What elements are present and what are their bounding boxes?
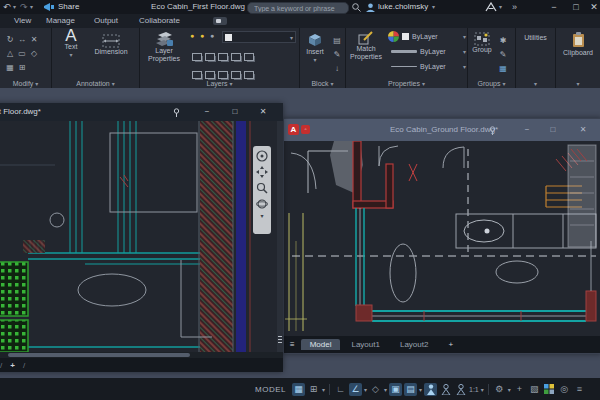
layer-properties-button[interactable]: Layer Properties bbox=[142, 31, 186, 63]
panel-label-utilities[interactable]: ▾ bbox=[516, 80, 555, 87]
search-box[interactable] bbox=[247, 2, 349, 14]
pin-icon[interactable] bbox=[488, 126, 502, 135]
model-space-label[interactable]: MODEL bbox=[255, 385, 286, 394]
window-minimize-button[interactable]: − bbox=[520, 119, 534, 141]
new-layout-button[interactable]: + bbox=[439, 339, 462, 350]
app-restore-button[interactable]: □ bbox=[568, 0, 584, 14]
grid-icon[interactable]: ▦ bbox=[292, 383, 305, 396]
layer-dropdown[interactable]: ▾ bbox=[222, 31, 296, 43]
share-button[interactable]: Share bbox=[58, 0, 79, 14]
window-first-floor[interactable]: Eco Cabin_First Floor.dwg* − □ ✕ bbox=[0, 103, 283, 372]
panel-label-groups[interactable]: Groups ▾ bbox=[468, 80, 515, 87]
overflow-chevrons-icon[interactable]: » bbox=[512, 0, 517, 14]
modify-offset-icon[interactable]: ▭ bbox=[16, 49, 28, 59]
isodraft-icon[interactable]: ◇ bbox=[369, 383, 382, 396]
layer-tool-icon[interactable] bbox=[244, 71, 254, 79]
first-floor-canvas[interactable]: ▾ bbox=[0, 121, 283, 352]
insert-block-button[interactable]: Insert▾ bbox=[302, 32, 328, 64]
dimension-button[interactable]: Dimension bbox=[88, 34, 134, 56]
window-first-floor-titlebar[interactable]: Eco Cabin_First Floor.dwg* − □ ✕ bbox=[0, 103, 283, 122]
help-caret-icon[interactable]: ▾ bbox=[499, 0, 502, 14]
undo-caret-icon[interactable]: ▾ bbox=[13, 0, 16, 14]
osnap-3d-icon[interactable]: ▤ bbox=[404, 383, 417, 396]
isodraft-caret-icon[interactable]: ▾ bbox=[384, 386, 387, 393]
layer-tool-icon[interactable] bbox=[244, 53, 254, 61]
user-avatar-icon[interactable] bbox=[366, 3, 375, 12]
window-restore-button[interactable]: □ bbox=[228, 103, 242, 121]
modify-erase-icon[interactable]: ✕ bbox=[28, 35, 40, 45]
panel-label-annotation[interactable]: Annotation ▾ bbox=[52, 80, 139, 87]
ground-floor-canvas[interactable] bbox=[284, 141, 600, 336]
scrollbar-menu-icon[interactable] bbox=[277, 334, 283, 344]
panel-label-modify[interactable]: Modify ▾ bbox=[0, 80, 51, 87]
customize-icon[interactable]: ≡ bbox=[573, 383, 586, 396]
navbar-caret-icon[interactable]: ▾ bbox=[260, 212, 263, 219]
window-restore-button[interactable]: □ bbox=[546, 119, 560, 141]
steering-wheel-icon[interactable] bbox=[256, 150, 268, 162]
layer-tool-icon[interactable] bbox=[192, 71, 202, 79]
tab-layout2[interactable]: Layout2 bbox=[391, 339, 437, 350]
modify-rotate-icon[interactable]: ↻ bbox=[4, 35, 16, 45]
graphics-performance-icon[interactable]: ▧ bbox=[528, 383, 541, 396]
layout-menu-icon[interactable]: ≡ bbox=[290, 340, 295, 349]
tab-layout1[interactable]: Layout1 bbox=[342, 339, 388, 350]
window-ground-floor-titlebar[interactable]: A◦ Eco Cabin_Ground Floor.dwg* − □ ✕ bbox=[284, 119, 600, 141]
modify-fillet-icon[interactable]: ◇ bbox=[28, 49, 40, 59]
panel-label-block[interactable]: Block ▾ bbox=[300, 80, 345, 87]
tab-model[interactable]: Model bbox=[301, 339, 341, 350]
layer-tool-icon[interactable] bbox=[205, 71, 215, 79]
modify-move-icon[interactable]: ↔ bbox=[16, 35, 28, 45]
new-layout-button[interactable]: + bbox=[10, 361, 15, 370]
tab-output[interactable]: Output bbox=[90, 14, 122, 28]
window-ground-floor[interactable]: A◦ Eco Cabin_Ground Floor.dwg* − □ ✕ bbox=[283, 118, 600, 354]
window-close-button[interactable]: ✕ bbox=[576, 119, 590, 141]
pan-icon[interactable] bbox=[256, 166, 268, 178]
app-close-button[interactable]: ✕ bbox=[586, 0, 600, 14]
edit-block-icon[interactable]: ✎ bbox=[331, 50, 343, 60]
panel-label-layers[interactable]: Layers ▾ bbox=[140, 80, 299, 87]
linetype-dropdown[interactable]: ByLayer ▾ bbox=[388, 61, 466, 72]
group-selection-icon[interactable]: ▦ bbox=[497, 64, 509, 74]
app-minimize-button[interactable]: − bbox=[546, 0, 562, 14]
vertical-scrollbar[interactable] bbox=[277, 121, 283, 352]
block-attributes-icon[interactable]: ↓ bbox=[331, 64, 343, 74]
annotation-scale-value[interactable]: 1:1 bbox=[469, 386, 479, 393]
layer-lock-icon[interactable]: ● bbox=[210, 32, 214, 39]
layer-tool-icon[interactable] bbox=[231, 53, 241, 61]
panel-label-clipboard[interactable]: ▾ bbox=[556, 80, 600, 87]
annotation-scale-icon[interactable] bbox=[454, 383, 467, 396]
navigation-bar[interactable]: ▾ bbox=[253, 146, 271, 234]
annotation-scale-caret-icon[interactable]: ▾ bbox=[481, 386, 484, 393]
lineweight-dropdown[interactable]: ByLayer ▾ bbox=[388, 46, 466, 57]
search-icon[interactable] bbox=[352, 3, 361, 12]
window-minimize-button[interactable]: − bbox=[200, 103, 214, 121]
featured-apps-icon[interactable] bbox=[213, 17, 227, 25]
annotation-autoscale-icon[interactable] bbox=[439, 383, 452, 396]
text-tool-button[interactable]: A Text▾ bbox=[58, 32, 84, 59]
snap-caret-icon[interactable]: ▾ bbox=[322, 386, 325, 393]
layer-tool-icon[interactable] bbox=[218, 53, 228, 61]
crosshair-icon[interactable]: + bbox=[513, 383, 526, 396]
object-color-dropdown[interactable]: ByLayer ▾ bbox=[388, 31, 466, 42]
annotation-visibility-icon[interactable] bbox=[424, 383, 437, 396]
undo-icon[interactable]: ↶ bbox=[3, 0, 11, 14]
modify-mirror-icon[interactable]: △ bbox=[4, 49, 16, 59]
polar-caret-icon[interactable]: ▾ bbox=[364, 386, 367, 393]
polar-tracking-icon[interactable]: ∠ bbox=[349, 383, 362, 396]
orbit-icon[interactable] bbox=[256, 198, 268, 210]
isolate-objects-icon[interactable]: ◎ bbox=[558, 383, 571, 396]
redo-icon[interactable]: ↷ bbox=[20, 0, 28, 14]
tab-collaborate[interactable]: Collaborate bbox=[135, 14, 184, 28]
osnap-icon[interactable]: ▣ bbox=[389, 383, 402, 396]
ungroup-icon[interactable]: ✱ bbox=[497, 36, 509, 46]
autodesk-logo-icon[interactable] bbox=[485, 2, 497, 12]
modify-trim-icon[interactable]: ⊞ bbox=[16, 63, 28, 73]
zoom-icon[interactable] bbox=[256, 182, 268, 194]
layer-thaw-bulb-icon[interactable]: ● bbox=[200, 32, 204, 39]
utilities-button[interactable]: Utilities bbox=[516, 28, 555, 41]
ortho-icon[interactable]: ∟ bbox=[334, 383, 347, 396]
pin-icon[interactable] bbox=[172, 108, 186, 117]
layer-tool-icon[interactable] bbox=[192, 53, 202, 61]
scrollbar-thumb[interactable] bbox=[8, 353, 190, 357]
layer-tool-icon[interactable] bbox=[231, 71, 241, 79]
